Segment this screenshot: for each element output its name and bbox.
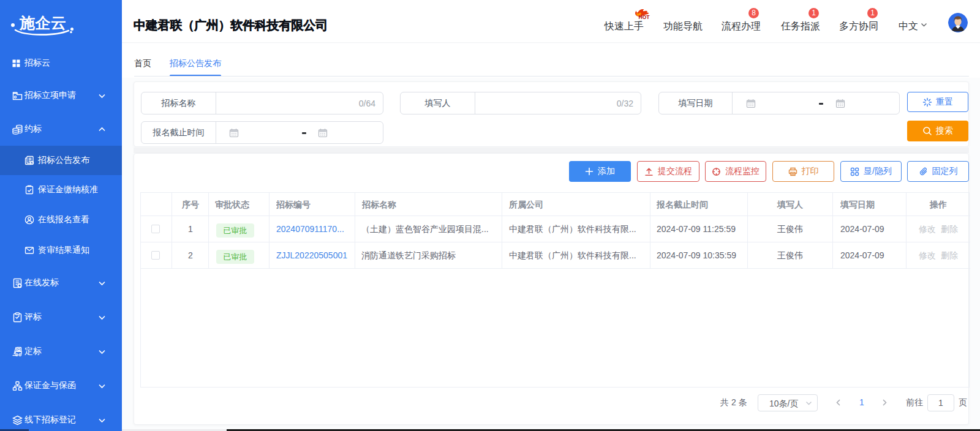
svg-text:HOT: HOT <box>639 14 650 20</box>
